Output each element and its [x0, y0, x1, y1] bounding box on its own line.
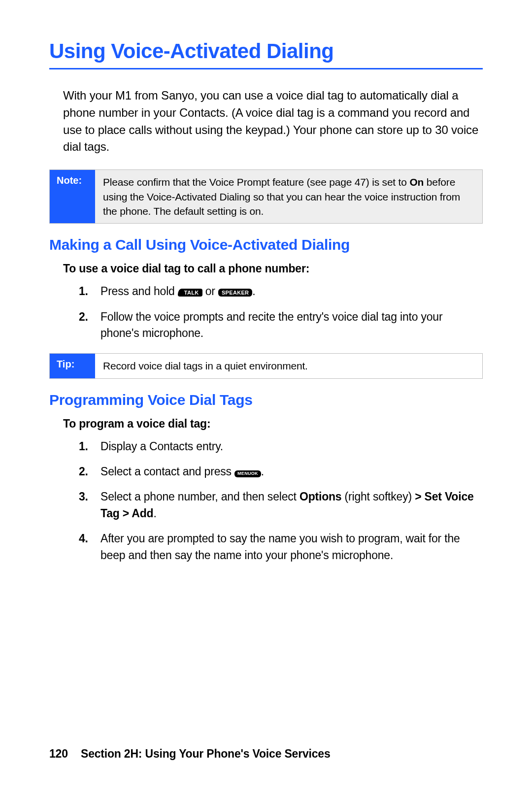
note-body: Please confirm that the Voice Prompt fea…	[95, 170, 482, 223]
talk-key-icon: TALK	[178, 289, 202, 297]
intro-paragraph: With your M1 from Sanyo, you can use a v…	[63, 87, 483, 156]
note-callout: Note: Please confirm that the Voice Prom…	[49, 169, 483, 224]
note-text-pre: Please confirm that the Voice Prompt fea…	[103, 176, 409, 188]
tip-body: Record voice dial tags in a quiet enviro…	[95, 354, 482, 378]
steps-programming: Display a Contacts entry. Select a conta…	[79, 438, 483, 564]
step: Press and hold TALK or SPEAKER.	[79, 283, 483, 299]
step-text-post: .	[252, 285, 255, 298]
step: Follow the voice prompts and recite the …	[79, 309, 483, 342]
page: Using Voice-Activated Dialing With your …	[0, 0, 532, 798]
page-footer: 120Section 2H: Using Your Phone's Voice …	[49, 747, 483, 761]
page-title: Using Voice-Activated Dialing	[49, 39, 483, 69]
tip-label: Tip:	[50, 354, 95, 378]
step: Select a phone number, and then select O…	[79, 489, 483, 522]
step: After you are prompted to say the name y…	[79, 531, 483, 564]
step: Display a Contacts entry.	[79, 438, 483, 455]
step-text-pre: Select a phone number, and then select	[100, 490, 299, 503]
footer-section: Section 2H: Using Your Phone's Voice Ser…	[81, 747, 330, 760]
lead-making-call: To use a voice dial tag to call a phone …	[63, 262, 483, 275]
step-bold-options: Options	[299, 490, 341, 503]
note-label: Note:	[50, 170, 95, 223]
note-text-bold: On	[409, 176, 424, 188]
step-text-pre: Select a contact and press	[100, 465, 234, 478]
tip-callout: Tip: Record voice dial tags in a quiet e…	[49, 353, 483, 378]
step-text-mid: (right softkey)	[341, 490, 415, 503]
menu-ok-key-icon: MENUOK	[234, 470, 261, 477]
step-text-mid: or	[202, 285, 218, 298]
subheading-programming: Programming Voice Dial Tags	[49, 392, 483, 408]
step: Select a contact and press MENUOK.	[79, 464, 483, 480]
page-number: 120	[49, 747, 81, 761]
step-text-post: .	[261, 465, 264, 478]
speaker-key-icon: SPEAKER	[218, 289, 252, 297]
lead-programming: To program a voice dial tag:	[63, 417, 483, 431]
subheading-making-call: Making a Call Using Voice-Activated Dial…	[49, 236, 483, 253]
step-text-post: .	[153, 507, 156, 520]
steps-making-call: Press and hold TALK or SPEAKER. Follow t…	[79, 283, 483, 341]
step-text-pre: Press and hold	[100, 285, 178, 298]
